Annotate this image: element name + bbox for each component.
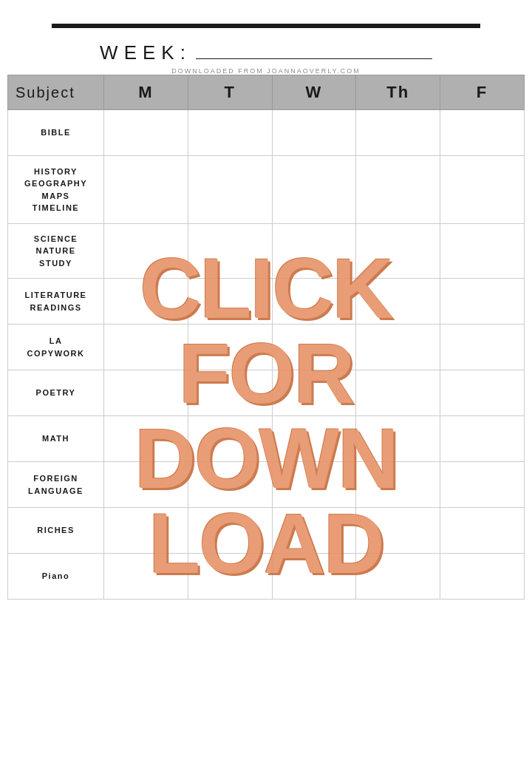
day-cell — [440, 325, 525, 370]
subject-cell-9: Piano — [8, 554, 104, 600]
click-download-text[interactable]: CLICKFORDOWNLOAD — [134, 246, 398, 586]
day-cell — [440, 554, 525, 600]
day-cell — [440, 462, 525, 508]
day-cell — [272, 110, 356, 156]
day-cell — [440, 224, 525, 279]
subject-cell-3: LITERATUREREADINGS — [8, 279, 104, 325]
table-row: HISTORYGEOGRAPHYMAPSTIMELINE — [8, 156, 525, 224]
col-subject: Subject — [8, 75, 104, 110]
table-header-row: Subject M T W Th F — [8, 75, 525, 110]
day-cell — [440, 279, 525, 325]
day-cell — [440, 156, 525, 224]
col-monday: M — [104, 75, 188, 110]
day-cell — [104, 156, 188, 224]
week-row: WEEK: — [100, 41, 432, 64]
subject-cell-0: BIBLE — [8, 110, 104, 156]
week-label: WEEK: — [100, 41, 191, 64]
subject-cell-1: HISTORYGEOGRAPHYMAPSTIMELINE — [8, 156, 104, 224]
day-cell — [356, 110, 440, 156]
col-thursday: Th — [356, 75, 440, 110]
subject-cell-4: LACOPYWORK — [8, 325, 104, 370]
day-cell — [104, 110, 188, 156]
day-cell — [188, 110, 272, 156]
table-row: BIBLE — [8, 110, 525, 156]
downloaded-from: DOWNLOADED FROM JOANNAOVERLY.COM — [171, 67, 361, 75]
subject-cell-7: FOREIGNLANGUAGE — [8, 462, 104, 508]
day-cell — [440, 110, 525, 156]
day-cell — [272, 156, 356, 224]
schedule-table-wrapper: Subject M T W Th F BIBLEHISTORYGEOGRAPHY… — [7, 75, 525, 757]
col-wednesday: W — [272, 75, 356, 110]
week-underline — [196, 58, 432, 59]
subject-cell-6: MATH — [8, 416, 104, 462]
col-tuesday: T — [188, 75, 272, 110]
page-container: WEEK: DOWNLOADED FROM JOANNAOVERLY.COM S… — [0, 0, 532, 757]
col-friday: F — [440, 75, 525, 110]
day-cell — [440, 370, 525, 416]
day-cell — [356, 156, 440, 224]
top-bar — [52, 24, 480, 28]
subject-cell-2: SCIENCENATURESTUDY — [8, 224, 104, 279]
day-cell — [188, 156, 272, 224]
day-cell — [440, 508, 525, 554]
day-cell — [440, 416, 525, 462]
subject-cell-8: RICHES — [8, 508, 104, 554]
subject-cell-5: POETRY — [8, 370, 104, 416]
